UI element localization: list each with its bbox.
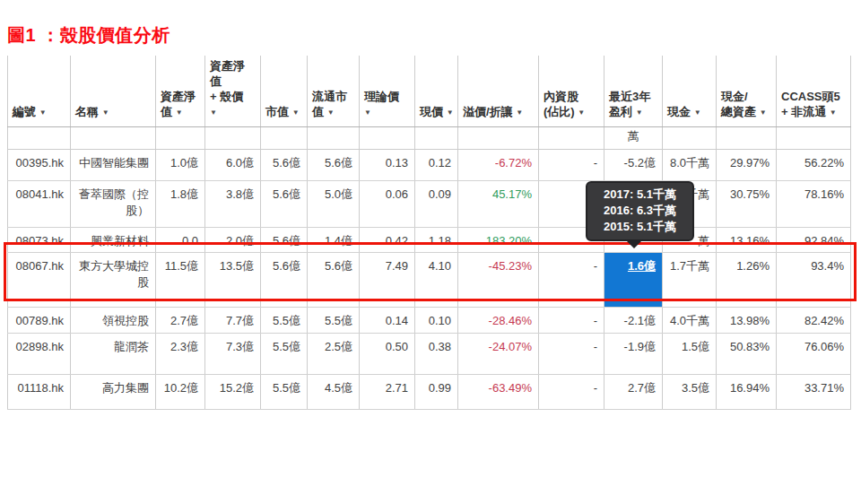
cell-price: 0.12 — [415, 149, 458, 180]
column-header-code[interactable]: 編號 ▼ — [8, 56, 71, 126]
cell-profit[interactable]: 2.7億 — [604, 374, 663, 409]
sort-arrow-icon: ▼ — [176, 109, 183, 117]
cell-code: 00789.hk — [8, 307, 71, 333]
tooltip-line: 2015: 5.1千萬 — [589, 219, 691, 235]
cell-premium: -63.49% — [458, 374, 539, 409]
cell-ccass: 82.42% — [777, 307, 851, 333]
cell-float_mcap: 4.5億 — [308, 374, 360, 409]
cell-cash_ratio: 13.16% — [717, 227, 777, 252]
column-header-price[interactable]: 現價 ▼ — [415, 56, 458, 126]
tooltip-line: 2016: 6.3千萬 — [589, 203, 691, 219]
cell-domestic: - — [539, 252, 604, 307]
cell-nav: 11.5億 — [156, 252, 205, 307]
cell-name: 東方大學城控股 — [71, 252, 156, 307]
cell-price: 0.10 — [415, 307, 458, 333]
unit-cell-theo_price — [360, 126, 415, 149]
cell-mcap: 5.6億 — [261, 180, 308, 227]
sort-arrow-icon: ▼ — [327, 109, 335, 117]
cell-price: 0.38 — [415, 333, 458, 374]
cell-cash_ratio: 16.94% — [717, 374, 777, 409]
selected-profit-cell[interactable]: 1.6億 — [604, 252, 663, 307]
cell-ccass: 92.84% — [777, 227, 851, 252]
sort-arrow-icon: ▼ — [578, 109, 585, 117]
unit-row: 萬 — [8, 126, 851, 149]
cell-profit[interactable]: -2.1億 — [604, 307, 663, 333]
column-header-cash[interactable]: 現金 ▼ — [663, 56, 717, 126]
page-title: 圖1 ：殼股價值分析 — [7, 23, 170, 48]
column-header-profit[interactable]: 最近3年 盈利 ▼ — [604, 56, 663, 126]
cell-premium: 183.20% — [458, 227, 539, 252]
cell-name: 龍潤茶 — [71, 333, 156, 374]
cell-price: 0.09 — [415, 180, 458, 227]
cell-ccass: 93.4% — [777, 252, 851, 307]
cell-name: 興業新材料 — [71, 227, 156, 252]
cell-price: 4.10 — [415, 252, 458, 307]
sort-arrow-icon: ▼ — [364, 109, 371, 117]
cell-code: 08067.hk — [8, 252, 71, 307]
sort-arrow-icon: ▼ — [636, 109, 643, 117]
cell-cash_ratio: 29.97% — [717, 149, 777, 180]
cell-name: 中國智能集團 — [71, 149, 156, 180]
cell-mcap: 5.6億 — [261, 227, 308, 252]
cell-float_mcap: 2.5億 — [308, 333, 360, 374]
sort-arrow-icon: ▼ — [760, 109, 767, 117]
column-header-ccass[interactable]: CCASS頭5 + 非流通 ▼ — [777, 56, 851, 126]
sort-arrow-icon: ▼ — [39, 109, 47, 117]
cell-theo_price: 0.06 — [360, 180, 415, 227]
unit-cell-domestic — [539, 126, 604, 149]
cell-nav: 1.8億 — [156, 180, 205, 227]
cell-nav_shell: 15.2億 — [205, 374, 261, 409]
cell-mcap: 5.6億 — [261, 149, 308, 180]
cell-name: 領視控股 — [71, 307, 156, 333]
cell-cash_ratio: 50.83% — [717, 333, 777, 374]
cell-nav: 1.0億 — [156, 149, 205, 180]
unit-cell-profit: 萬 — [604, 126, 663, 149]
sort-arrow-icon: ▼ — [694, 109, 701, 117]
column-header-mcap[interactable]: 市值 ▼ — [261, 56, 308, 126]
column-header-cash_ratio[interactable]: 現金/ 總資產 ▼ — [717, 56, 777, 126]
cell-premium: -6.72% — [458, 149, 539, 180]
table-row-highlighted: 08067.hk東方大學城控股11.5億13.5億5.6億5.6億7.494.1… — [8, 252, 851, 307]
cell-name: 薈萃國際（控股） — [71, 180, 156, 227]
cell-cash_ratio: 1.26% — [717, 252, 777, 307]
cell-domestic: - — [539, 333, 604, 374]
column-header-domestic[interactable]: 內資股 (佔比) ▼ — [539, 56, 604, 126]
column-header-nav_shell[interactable]: 資產淨 值 + 殼價 ▼ — [205, 56, 261, 126]
table-header: 編號 ▼名稱 ▼資產淨 值 ▼資產淨 值 + 殼價 ▼市值 ▼流通市 值 ▼理論… — [8, 56, 851, 126]
cell-mcap: 5.5億 — [261, 374, 308, 409]
cell-cash_ratio: 13.98% — [717, 307, 777, 333]
cell-code: 08041.hk — [8, 180, 71, 227]
cell-theo_price: 2.71 — [360, 374, 415, 409]
cell-cash: 8.0千萬 — [663, 149, 717, 180]
cell-domestic: - — [539, 307, 604, 333]
cell-float_mcap: 5.5億 — [308, 307, 360, 333]
unit-cell-cash_ratio — [717, 126, 777, 149]
cell-nav_shell: 7.7億 — [205, 307, 261, 333]
table-row: 08041.hk薈萃國際（控股）1.8億3.8億5.6億5.0億0.060.09… — [8, 180, 851, 227]
cell-profit[interactable]: -5.2億 — [604, 149, 663, 180]
cell-nav_shell: 7.3億 — [205, 333, 261, 374]
table-row: 08073.hk興業新材料0.02.0億5.6億1.4億0.421.18183.… — [8, 227, 851, 252]
column-header-nav[interactable]: 資產淨 值 ▼ — [156, 56, 205, 126]
column-header-premium[interactable]: 溢價/折讓 ▼ — [458, 56, 539, 126]
profit-value-link[interactable]: 1.6億 — [628, 259, 656, 273]
cell-nav: 10.2億 — [156, 374, 205, 409]
sort-arrow-icon: ▼ — [447, 109, 454, 117]
sort-arrow-icon: ▼ — [102, 109, 109, 117]
column-header-name[interactable]: 名稱 ▼ — [71, 56, 156, 126]
cell-ccass: 78.16% — [777, 180, 851, 227]
cell-float_mcap: 5.0億 — [308, 180, 360, 227]
cell-premium: -45.23% — [458, 252, 539, 307]
cell-domestic: - — [539, 149, 604, 180]
cell-theo_price: 0.50 — [360, 333, 415, 374]
cell-ccass: 76.06% — [777, 333, 851, 374]
cell-mcap: 5.6億 — [261, 252, 308, 307]
cell-premium: -28.46% — [458, 307, 539, 333]
column-header-theo_price[interactable]: 理論價 ▼ — [360, 56, 415, 126]
cell-theo_price: 0.42 — [360, 227, 415, 252]
column-header-float_mcap[interactable]: 流通市 值 ▼ — [308, 56, 360, 126]
cell-cash: 4.0千萬 — [663, 307, 717, 333]
cell-profit[interactable]: -1.9億 — [604, 333, 663, 374]
table-body: 萬00395.hk中國智能集團1.0億6.0億5.6億5.6億0.130.12-… — [8, 126, 851, 409]
unit-cell-cash — [663, 126, 717, 149]
